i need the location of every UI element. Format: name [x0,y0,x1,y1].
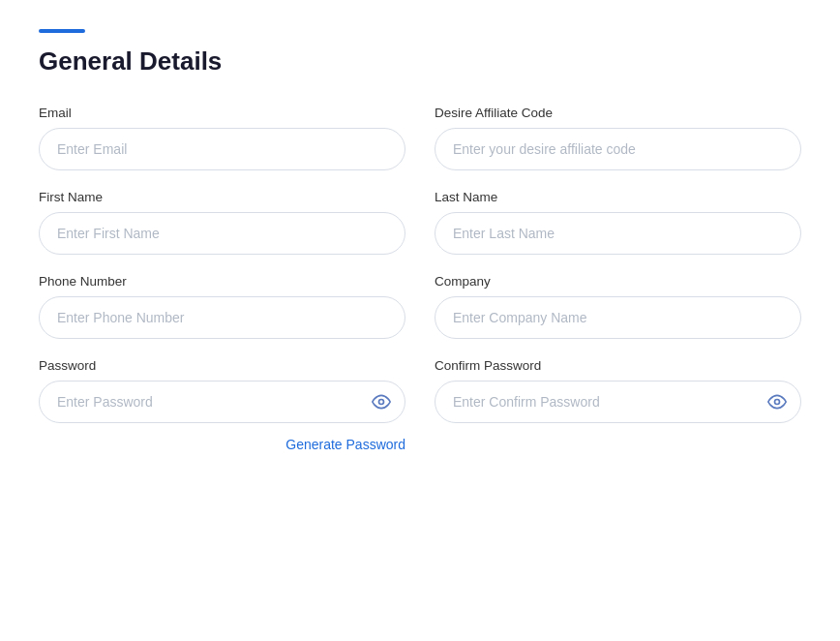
firstname-label: First Name [39,190,405,204]
phone-label: Phone Number [39,274,405,289]
password-input[interactable] [39,381,405,423]
affiliate-input[interactable] [435,128,801,170]
affiliate-label: Desire Affiliate Code [435,106,801,120]
company-label: Company [435,274,801,289]
confirm-password-label: Confirm Password [435,358,801,373]
svg-point-0 [379,400,384,405]
affiliate-input-wrapper [435,128,801,170]
email-input[interactable] [39,128,405,170]
confirm-password-eye-icon[interactable] [767,392,787,412]
password-label: Password [39,358,405,373]
lastname-label: Last Name [435,190,801,204]
page-title: General Details [39,46,801,76]
company-group: Company [435,274,801,339]
firstname-input[interactable] [39,212,405,255]
lastname-input-wrapper [435,212,801,255]
company-input-wrapper [435,296,801,339]
confirm-password-group: Confirm Password [435,358,801,452]
email-label: Email [39,106,405,120]
phone-input-wrapper [39,296,405,339]
form-grid: Email Desire Affiliate Code First Name L… [39,106,801,452]
accent-line [39,29,85,33]
confirm-password-input-wrapper [435,381,801,423]
lastname-group: Last Name [435,190,801,255]
phone-input[interactable] [39,296,405,339]
confirm-password-input[interactable] [435,381,801,423]
company-input[interactable] [435,296,801,339]
password-input-wrapper [39,381,405,423]
email-group: Email [39,106,405,170]
password-group: Password Generate Password [39,358,405,452]
email-input-wrapper [39,128,405,170]
phone-group: Phone Number [39,274,405,339]
svg-point-1 [775,400,780,405]
affiliate-group: Desire Affiliate Code [435,106,801,170]
generate-password-button[interactable]: Generate Password [285,437,405,452]
password-eye-icon[interactable] [372,392,391,412]
lastname-input[interactable] [435,212,801,255]
firstname-input-wrapper [39,212,405,255]
firstname-group: First Name [39,190,405,255]
